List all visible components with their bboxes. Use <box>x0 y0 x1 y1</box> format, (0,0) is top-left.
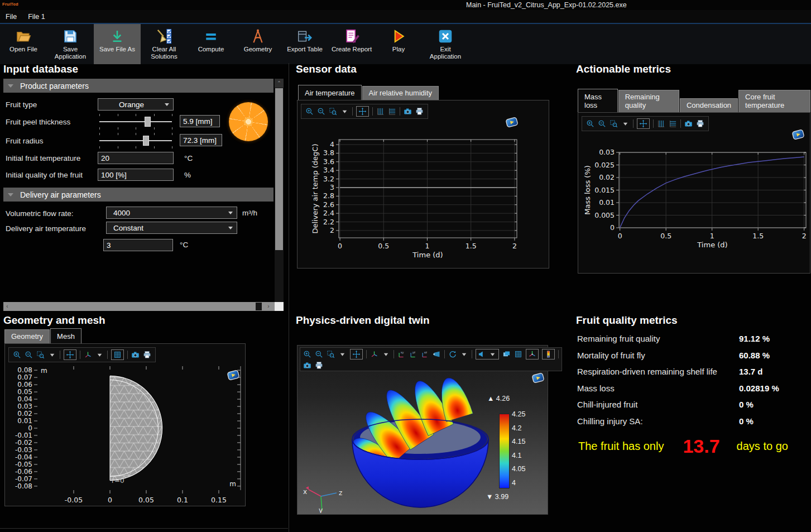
product-parameters-label: Product parameters <box>20 82 89 90</box>
fruit-radius-value[interactable]: 72.3 [mm] <box>180 134 222 146</box>
fruit-radius-slider[interactable] <box>99 133 172 148</box>
save-file-as-button[interactable]: Save File As <box>94 24 141 64</box>
play-button[interactable]: Play <box>375 24 422 64</box>
scroll-up-arrow[interactable]: ⌃ <box>275 79 284 88</box>
svg-text:m: m <box>41 367 47 375</box>
svg-text:1.5: 1.5 <box>466 242 477 250</box>
mesh-plot[interactable]: 0.080.070.060.050.040.030.020.010-0.01-0… <box>6 344 245 506</box>
svg-text:0.03: 0.03 <box>17 402 32 410</box>
delivery-temp-unit: °C <box>180 241 188 249</box>
initial-quality-label: Initial quality of the fruit <box>6 171 83 179</box>
slider-tick <box>172 114 172 116</box>
svg-text:-0.08: -0.08 <box>15 482 32 490</box>
slider-tick <box>136 146 136 148</box>
clear-all-solutions-button[interactable]: Clear All Solutions <box>141 24 188 64</box>
export-table-button[interactable]: Export Table <box>281 24 328 64</box>
metric-value: 91.12 % <box>739 334 770 343</box>
massloss-plot[interactable]: 00.511.5200.0050.010.0150.020.0250.03Tim… <box>579 127 810 272</box>
svg-text:-0.07: -0.07 <box>15 475 32 483</box>
colorbar <box>499 414 510 488</box>
chevron-down-icon <box>165 103 169 106</box>
scrollbar-thumb[interactable] <box>256 303 262 310</box>
delivery-temp-input[interactable]: 3 <box>103 239 173 251</box>
svg-text:2.8: 2.8 <box>323 191 334 200</box>
window-title: Main - FruiTed_v2_Citrus_App_Exp-01.02.2… <box>466 1 627 9</box>
menu-bar: FileFile 1 <box>0 10 811 23</box>
toolbar-button-label: Create Report <box>332 46 372 53</box>
svg-text:Mass loss (%): Mass loss (%) <box>583 165 592 215</box>
initial-temperature-input[interactable]: 20 <box>98 152 174 164</box>
column-divider <box>289 63 289 532</box>
scroll-right-arrow[interactable]: › <box>265 302 272 311</box>
chevron-down-icon <box>228 212 233 214</box>
delivery-temp-value: Constant <box>107 224 228 232</box>
metric-label: Chilling injury SA: <box>577 416 739 426</box>
svg-text:3.6: 3.6 <box>323 157 334 166</box>
create-report-button[interactable]: Create Report <box>328 24 375 64</box>
fruit-type-dropdown[interactable]: Orange <box>98 98 174 111</box>
input-database-title: Input database <box>3 63 78 75</box>
metric-row: Chilling injury SA:0 % <box>577 413 810 430</box>
svg-text:0.01: 0.01 <box>599 198 615 207</box>
scrollbar-thumb[interactable] <box>275 88 283 250</box>
toolbar-button-label: Clear All Solutions <box>151 46 177 60</box>
sensor-plot[interactable]: 00.511.5222.22.42.62.833.23.43.63.84Time… <box>299 112 549 267</box>
slider-track[interactable] <box>99 140 172 141</box>
svg-text:-0.05: -0.05 <box>65 496 83 504</box>
slider-tick <box>136 127 136 130</box>
scroll-left-arrow[interactable]: ‹ <box>3 302 11 311</box>
slider-tick <box>118 146 118 148</box>
peel-thickness-value[interactable]: 5.9 [mm] <box>180 115 220 127</box>
product-parameters-header[interactable]: Product parameters <box>3 79 273 93</box>
tab-remaining-quality[interactable]: Remaining quality <box>618 90 679 112</box>
geometry-button[interactable]: Geometry <box>234 24 281 64</box>
initial-quality-input[interactable]: 100 [%] <box>98 169 174 181</box>
flow-rate-dropdown[interactable]: 4000 <box>106 207 237 219</box>
compute-button[interactable]: Compute <box>188 24 234 64</box>
delivery-temp-dropdown[interactable]: Constant <box>106 222 237 234</box>
metric-label: Mortality of fruit fly <box>577 351 739 360</box>
tab-mesh[interactable]: Mesh <box>50 328 81 343</box>
save-application-button[interactable]: Save Application <box>47 24 94 64</box>
delivery-air-header[interactable]: Delivery air parameters <box>3 188 273 202</box>
slider-tick <box>136 114 136 116</box>
metric-value: 0.02819 % <box>739 384 779 393</box>
menu-item-file-1[interactable]: File 1 <box>22 12 51 22</box>
svg-text:0.02: 0.02 <box>17 410 32 418</box>
peel-thickness-label: Fruit peel thickness <box>6 118 70 126</box>
tab-core-fruit-temperature[interactable]: Core fruit temperature <box>738 90 810 112</box>
tab-mass-loss[interactable]: Mass loss <box>578 89 618 112</box>
exit-application-button[interactable]: Exit Application <box>422 24 469 64</box>
slider-tick <box>136 133 136 135</box>
svg-text:0.04: 0.04 <box>17 395 32 403</box>
open-file-button[interactable]: Open File <box>0 24 47 64</box>
slider-handle[interactable] <box>145 117 151 127</box>
svg-text:0: 0 <box>338 242 342 250</box>
tab-air-temperature[interactable]: Air temperature <box>298 85 362 100</box>
axis-triad: xyz <box>302 485 349 513</box>
initial-temperature-label: Initial fruit temperature <box>6 154 80 162</box>
fruit-quality-title: Fruit quality metrics <box>576 314 678 327</box>
tab-geometry[interactable]: Geometry <box>4 329 50 343</box>
tab-air-relative-humidity[interactable]: Air relative humidity <box>362 86 439 100</box>
svg-text:x: x <box>303 488 307 496</box>
scrollbar-corner <box>275 302 284 311</box>
metric-label: Respiration-driven remaining shelf life <box>577 367 739 376</box>
tab-condensation[interactable]: Condensation <box>680 98 738 112</box>
fruit-type-label: Fruit type <box>6 100 37 109</box>
slider-track[interactable] <box>99 121 172 122</box>
metric-row: Chill-injured fruit0 % <box>577 396 810 413</box>
input-horizontal-scrollbar[interactable]: ‹ › <box>3 302 275 311</box>
input-vertical-scrollbar[interactable]: ⌃ ⌄ <box>275 79 284 311</box>
metric-row: Remaining fruit quality91.12 % <box>577 330 810 347</box>
slider-tick <box>118 133 118 135</box>
slider-handle[interactable] <box>143 136 149 146</box>
svg-text:m: m <box>229 480 236 488</box>
play-icon <box>390 27 407 46</box>
fruit-type-value: Orange <box>98 100 165 109</box>
svg-text:0.005: 0.005 <box>594 211 615 219</box>
peel-thickness-slider[interactable] <box>99 114 172 130</box>
colorbar-tick-label: 4 <box>512 479 516 487</box>
svg-text:0.5: 0.5 <box>660 232 671 240</box>
menu-item-file[interactable]: File <box>0 12 22 22</box>
